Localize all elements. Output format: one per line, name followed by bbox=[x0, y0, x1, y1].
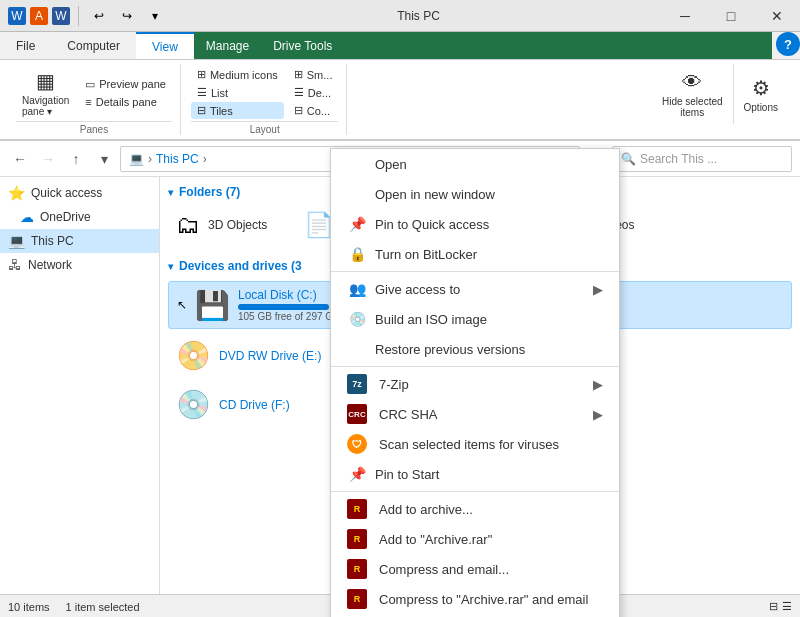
help-button[interactable]: ? bbox=[776, 32, 800, 56]
view-icon-details[interactable]: ☰ bbox=[782, 600, 792, 613]
ctx-sep-1 bbox=[331, 271, 619, 272]
ctx-give-access-icon: 👥 bbox=[347, 279, 367, 299]
sidebar-item-quick-access[interactable]: ⭐ Quick access bbox=[0, 181, 159, 205]
ctx-build-iso-label: Build an ISO image bbox=[375, 312, 487, 327]
content-button[interactable]: ⊟ Co... bbox=[288, 102, 339, 119]
ctx-scan-label: Scan selected items for viruses bbox=[379, 437, 559, 452]
ctx-restore-icon bbox=[347, 339, 367, 359]
hide-selected-items-button[interactable]: 👁 Hide selecteditems bbox=[656, 67, 729, 122]
ctx-sep-2 bbox=[331, 366, 619, 367]
drive-dvd-e[interactable]: 📀 DVD RW Drive (E:) bbox=[168, 333, 329, 378]
ctx-pin-quick-access[interactable]: 📌 Pin to Quick access bbox=[331, 209, 619, 239]
ctx-pin-start[interactable]: 📌 Pin to Start bbox=[331, 459, 619, 489]
ctx-restore-label: Restore previous versions bbox=[375, 342, 525, 357]
onedrive-label: OneDrive bbox=[40, 210, 91, 224]
ctx-add-archive[interactable]: R Add to archive... bbox=[331, 494, 619, 524]
drive-e-info: DVD RW Drive (E:) bbox=[219, 349, 321, 363]
view-icon-tiles[interactable]: ⊟ bbox=[769, 600, 778, 613]
maximize-button[interactable]: □ bbox=[708, 0, 754, 32]
details-button[interactable]: ☰ De... bbox=[288, 84, 339, 101]
this-pc-label: This PC bbox=[31, 234, 74, 248]
list-icon: ☰ bbox=[197, 86, 207, 99]
context-menu: Open Open in new window 📌 Pin to Quick a… bbox=[330, 148, 620, 617]
tab-manage[interactable]: Manage bbox=[194, 32, 261, 59]
ctx-build-iso[interactable]: 💿 Build an ISO image bbox=[331, 304, 619, 334]
breadcrumb-pc-icon: 💻 bbox=[129, 152, 144, 166]
ribbon-group-layout: ⊞ Medium icons ☰ List ⊟ Tiles ⊞ bbox=[183, 64, 348, 135]
forward-button[interactable]: → bbox=[36, 147, 60, 171]
ctx-7zip[interactable]: 7z 7-Zip ▶ bbox=[331, 369, 619, 399]
preview-pane-button[interactable]: ▭ Preview pane bbox=[79, 76, 172, 93]
preview-pane-icon: ▭ bbox=[85, 78, 95, 91]
ctx-restore-versions[interactable]: Restore previous versions bbox=[331, 334, 619, 364]
layout-group-label: Layout bbox=[191, 121, 339, 135]
qat-btn-1[interactable]: ↩ bbox=[87, 4, 111, 28]
content-icon: ⊟ bbox=[294, 104, 303, 117]
ctx-crc-sha[interactable]: CRC CRC SHA ▶ bbox=[331, 399, 619, 429]
up-button[interactable]: ↑ bbox=[64, 147, 88, 171]
folder-3d-icon: 🗂 bbox=[176, 211, 200, 239]
taskbar-app-icon-2[interactable]: A bbox=[30, 7, 48, 25]
ctx-add-rar-icon: R bbox=[347, 529, 367, 549]
options-icon: ⚙ bbox=[752, 76, 770, 100]
folder-3d-label: 3D Objects bbox=[208, 218, 267, 232]
small-icons-button[interactable]: ⊞ Sm... bbox=[288, 66, 339, 83]
drive-f-icon: 💿 bbox=[176, 388, 211, 421]
ctx-compress-rar-email[interactable]: R Compress to "Archive.rar" and email bbox=[331, 584, 619, 614]
taskbar-icons: W A W ↩ ↪ ▾ bbox=[0, 4, 175, 28]
ctx-scan-viruses[interactable]: 🛡 Scan selected items for viruses bbox=[331, 429, 619, 459]
search-box[interactable]: 🔍 Search This ... bbox=[612, 146, 792, 172]
ctx-add-rar[interactable]: R Add to "Archive.rar" bbox=[331, 524, 619, 554]
ctx-7zip-icon: 7z bbox=[347, 374, 367, 394]
list-button[interactable]: ☰ List bbox=[191, 84, 284, 101]
details-pane-button[interactable]: ≡ Details pane bbox=[79, 94, 172, 110]
taskbar-app-icon-1[interactable]: W bbox=[8, 7, 26, 25]
navigation-pane-button[interactable]: ▦ Navigationpane ▾ bbox=[16, 65, 75, 121]
back-button[interactable]: ← bbox=[8, 147, 32, 171]
sidebar-item-this-pc[interactable]: 💻 This PC bbox=[0, 229, 159, 253]
quick-access-icon: ⭐ bbox=[8, 185, 25, 201]
qat-btn-2[interactable]: ↪ bbox=[115, 4, 139, 28]
breadcrumb-this-pc: This PC bbox=[156, 152, 199, 166]
sidebar-item-network[interactable]: 🖧 Network bbox=[0, 253, 159, 277]
drive-e-icon: 📀 bbox=[176, 339, 211, 372]
sidebar-item-onedrive[interactable]: ☁ OneDrive bbox=[0, 205, 159, 229]
nav-pane-icon: ▦ bbox=[36, 69, 55, 93]
minimize-button[interactable]: ─ bbox=[662, 0, 708, 32]
ctx-open[interactable]: Open bbox=[331, 149, 619, 179]
ribbon-group-panes: ▦ Navigationpane ▾ ▭ Preview pane ≡ Deta… bbox=[8, 64, 181, 135]
ribbon-tab-row: File Computer View Manage Drive Tools ? bbox=[0, 32, 800, 60]
nav-pane-label: Navigationpane ▾ bbox=[22, 95, 69, 117]
breadcrumb: 💻 › This PC › bbox=[129, 152, 207, 166]
sidebar: ⭐ Quick access ☁ OneDrive 💻 This PC 🖧 Ne… bbox=[0, 177, 160, 594]
options-button[interactable]: ⚙ Options bbox=[738, 72, 784, 117]
content-label: Co... bbox=[307, 105, 330, 117]
details-label: De... bbox=[308, 87, 331, 99]
ribbon-spacer bbox=[349, 64, 645, 135]
list-label: List bbox=[211, 87, 228, 99]
tiles-button[interactable]: ⊟ Tiles bbox=[191, 102, 284, 119]
medium-icons-button[interactable]: ⊞ Medium icons bbox=[191, 66, 284, 83]
window-chrome: W A W ↩ ↪ ▾ This PC ─ □ ✕ bbox=[0, 0, 800, 32]
ctx-give-access[interactable]: 👥 Give access to ▶ bbox=[331, 274, 619, 304]
close-button[interactable]: ✕ bbox=[754, 0, 800, 32]
qat-dropdown[interactable]: ▾ bbox=[143, 4, 167, 28]
ctx-compress-email[interactable]: R Compress and email... bbox=[331, 554, 619, 584]
network-icon: 🖧 bbox=[8, 257, 22, 273]
tab-file[interactable]: File bbox=[0, 32, 51, 59]
ctx-open-new-window[interactable]: Open in new window bbox=[331, 179, 619, 209]
selected-count: 1 item selected bbox=[66, 601, 140, 613]
ctx-pin-label: Pin to Quick access bbox=[375, 217, 489, 232]
panes-group-label: Panes bbox=[16, 121, 172, 135]
tab-view[interactable]: View bbox=[136, 32, 194, 59]
recent-locations-button[interactable]: ▾ bbox=[92, 147, 116, 171]
tab-drive-tools[interactable]: Drive Tools bbox=[261, 32, 344, 59]
tab-computer[interactable]: Computer bbox=[51, 32, 136, 59]
ctx-bitlocker[interactable]: 🔒 Turn on BitLocker bbox=[331, 239, 619, 269]
ctx-compress-rar-email-icon: R bbox=[347, 589, 367, 609]
taskbar-app-icon-3[interactable]: W bbox=[52, 7, 70, 25]
window-title: This PC bbox=[175, 9, 662, 23]
folder-3d-objects[interactable]: 🗂 3D Objects bbox=[168, 207, 288, 243]
ctx-open-new-label: Open in new window bbox=[375, 187, 495, 202]
small-icons-icon: ⊞ bbox=[294, 68, 303, 81]
